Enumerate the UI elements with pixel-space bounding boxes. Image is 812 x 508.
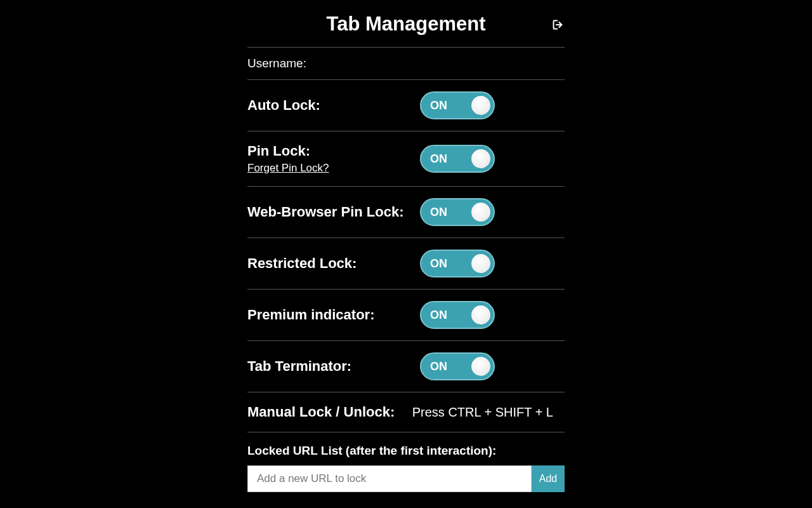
manual-lock-row: Manual Lock / Unlock: Press CTRL + SHIFT…	[247, 392, 565, 432]
toggle-state-label: ON	[430, 206, 447, 219]
web-browser-pin-lock-row: Web-Browser Pin Lock: ON	[247, 187, 565, 238]
toggle-state-label: ON	[430, 360, 447, 373]
toggle-knob	[471, 149, 490, 168]
pin-lock-row: Pin Lock: Forget Pin Lock? ON	[247, 131, 565, 187]
url-input-group: Add	[247, 465, 565, 492]
premium-indicator-toggle[interactable]: ON	[420, 301, 495, 329]
tab-terminator-toggle[interactable]: ON	[420, 352, 495, 380]
page-title: Tab Management	[327, 13, 486, 36]
pin-lock-label: Pin Lock:	[247, 143, 329, 159]
premium-indicator-label: Premium indicator:	[247, 307, 374, 323]
toggle-state-label: ON	[430, 99, 447, 112]
username-row: Username:	[247, 48, 565, 80]
restricted-lock-row: Restricted Lock: ON	[247, 238, 565, 290]
auto-lock-label: Auto Lock:	[247, 97, 320, 114]
tab-terminator-label: Tab Terminator:	[247, 358, 351, 375]
toggle-knob	[471, 305, 490, 324]
web-browser-pin-lock-label: Web-Browser Pin Lock:	[247, 204, 404, 220]
header: Tab Management	[247, 13, 565, 48]
pin-lock-toggle[interactable]: ON	[420, 145, 495, 173]
toggle-knob	[471, 254, 490, 273]
tab-terminator-row: Tab Terminator: ON	[247, 341, 565, 392]
auto-lock-toggle[interactable]: ON	[420, 91, 495, 119]
auto-lock-row: Auto Lock: ON	[247, 80, 565, 131]
url-input[interactable]	[247, 465, 532, 492]
forget-pin-link[interactable]: Forget Pin Lock?	[247, 162, 329, 175]
restricted-lock-toggle[interactable]: ON	[420, 250, 495, 277]
toggle-knob	[471, 96, 490, 115]
add-url-button[interactable]: Add	[532, 465, 565, 492]
toggle-knob	[471, 203, 490, 222]
manual-lock-shortcut: Press CTRL + SHIFT + L	[412, 405, 553, 420]
locked-url-label: Locked URL List (after the first interac…	[247, 444, 565, 458]
web-browser-pin-lock-toggle[interactable]: ON	[420, 198, 495, 226]
toggle-state-label: ON	[430, 309, 447, 322]
restricted-lock-label: Restricted Lock:	[247, 255, 357, 272]
locked-url-section: Locked URL List (after the first interac…	[247, 432, 565, 492]
username-label: Username:	[247, 57, 306, 70]
toggle-state-label: ON	[430, 152, 447, 166]
premium-indicator-row: Premium indicator: ON	[247, 290, 565, 341]
toggle-knob	[471, 357, 490, 376]
manual-lock-label: Manual Lock / Unlock:	[247, 404, 395, 420]
toggle-state-label: ON	[430, 257, 447, 271]
logout-icon[interactable]	[551, 18, 565, 34]
